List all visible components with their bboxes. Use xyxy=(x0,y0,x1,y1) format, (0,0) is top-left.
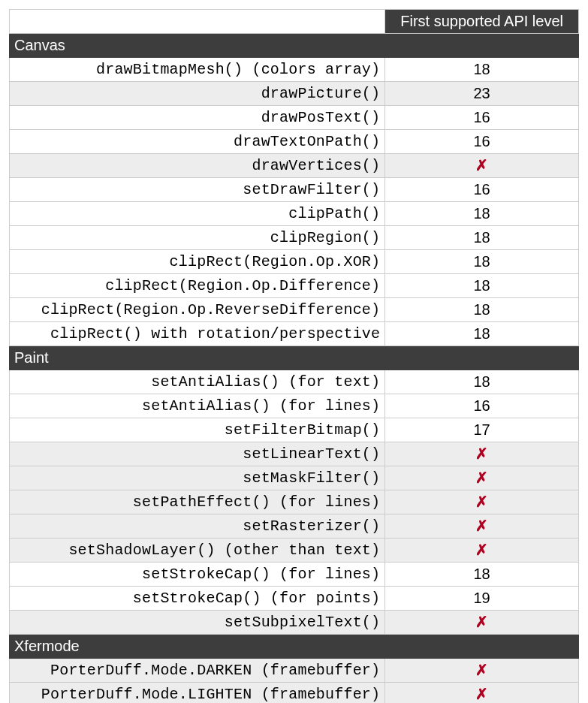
method-cell: drawBitmapMesh() (colors array) xyxy=(10,58,385,82)
method-cell: setRasterizer() xyxy=(10,514,385,539)
api-cell: 16 xyxy=(385,178,579,202)
table-row: setRasterizer()✗ xyxy=(10,514,579,539)
api-cell: ✗ xyxy=(385,611,579,635)
unsupported-icon: ✗ xyxy=(475,445,488,462)
table-row: clipRegion()18 xyxy=(10,226,579,250)
method-cell: PorterDuff.Mode.LIGHTEN (framebuffer) xyxy=(10,683,385,704)
section-title: Xfermode xyxy=(10,635,579,659)
method-cell: setStrokeCap() (for lines) xyxy=(10,563,385,587)
api-cell: ✗ xyxy=(385,683,579,704)
method-cell: setShadowLayer() (other than text) xyxy=(10,539,385,563)
section-title: Canvas xyxy=(10,34,579,58)
api-cell: ✗ xyxy=(385,466,579,490)
api-cell: 18 xyxy=(385,274,579,298)
header-row: First supported API level xyxy=(10,10,579,34)
table-body: First supported API levelCanvasdrawBitma… xyxy=(10,10,579,704)
table-row: setFilterBitmap()17 xyxy=(10,418,579,442)
api-cell: 18 xyxy=(385,563,579,587)
unsupported-icon: ✗ xyxy=(475,686,488,702)
api-cell: 18 xyxy=(385,370,579,394)
api-cell: 18 xyxy=(385,322,579,346)
method-cell: clipRect(Region.Op.XOR) xyxy=(10,250,385,274)
unsupported-icon: ✗ xyxy=(475,517,488,534)
method-cell: clipRect(Region.Op.ReverseDifference) xyxy=(10,298,385,322)
table-row: drawTextOnPath()16 xyxy=(10,130,579,154)
method-cell: clipRect(Region.Op.Difference) xyxy=(10,274,385,298)
method-cell: clipRegion() xyxy=(10,226,385,250)
table-row: drawBitmapMesh() (colors array)18 xyxy=(10,58,579,82)
section-row: Xfermode xyxy=(10,635,579,659)
unsupported-icon: ✗ xyxy=(475,614,488,630)
table-row: setAntiAlias() (for lines)16 xyxy=(10,394,579,418)
method-cell: setFilterBitmap() xyxy=(10,418,385,442)
method-cell: setAntiAlias() (for text) xyxy=(10,370,385,394)
table-row: clipRect() with rotation/perspective18 xyxy=(10,322,579,346)
api-cell: ✗ xyxy=(385,490,579,514)
unsupported-icon: ✗ xyxy=(475,469,488,486)
section-title: Paint xyxy=(10,346,579,370)
method-cell: clipPath() xyxy=(10,202,385,226)
unsupported-icon: ✗ xyxy=(475,542,488,558)
api-cell: 18 xyxy=(385,298,579,322)
table-row: PorterDuff.Mode.LIGHTEN (framebuffer)✗ xyxy=(10,683,579,704)
method-cell: drawPosText() xyxy=(10,106,385,130)
table-row: setAntiAlias() (for text)18 xyxy=(10,370,579,394)
table-row: setLinearText()✗ xyxy=(10,442,579,466)
table-row: clipPath()18 xyxy=(10,202,579,226)
api-cell: ✗ xyxy=(385,154,579,178)
method-cell: PorterDuff.Mode.DARKEN (framebuffer) xyxy=(10,659,385,683)
table-row: setStrokeCap() (for lines)18 xyxy=(10,563,579,587)
header-api-level: First supported API level xyxy=(385,10,579,34)
table-row: setPathEffect() (for lines)✗ xyxy=(10,490,579,514)
table-row: setShadowLayer() (other than text)✗ xyxy=(10,539,579,563)
table-row: clipRect(Region.Op.Difference)18 xyxy=(10,274,579,298)
section-row: Canvas xyxy=(10,34,579,58)
api-cell: 23 xyxy=(385,82,579,106)
table-row: clipRect(Region.Op.ReverseDifference)18 xyxy=(10,298,579,322)
method-cell: drawPicture() xyxy=(10,82,385,106)
method-cell: drawVertices() xyxy=(10,154,385,178)
method-cell: setLinearText() xyxy=(10,442,385,466)
api-cell: 18 xyxy=(385,250,579,274)
api-cell: 16 xyxy=(385,394,579,418)
unsupported-icon: ✗ xyxy=(475,662,488,678)
method-cell: setSubpixelText() xyxy=(10,611,385,635)
table-row: setMaskFilter()✗ xyxy=(10,466,579,490)
table-row: drawVertices()✗ xyxy=(10,154,579,178)
unsupported-icon: ✗ xyxy=(475,157,488,173)
api-cell: 18 xyxy=(385,58,579,82)
unsupported-icon: ✗ xyxy=(475,493,488,510)
api-cell: ✗ xyxy=(385,442,579,466)
table-row: setStrokeCap() (for points)19 xyxy=(10,587,579,611)
api-cell: 19 xyxy=(385,587,579,611)
method-cell: setDrawFilter() xyxy=(10,178,385,202)
table-row: drawPicture()23 xyxy=(10,82,579,106)
api-cell: ✗ xyxy=(385,514,579,539)
api-cell: 17 xyxy=(385,418,579,442)
section-row: Paint xyxy=(10,346,579,370)
api-support-table: First supported API levelCanvasdrawBitma… xyxy=(9,9,579,703)
method-cell: clipRect() with rotation/perspective xyxy=(10,322,385,346)
api-cell: 16 xyxy=(385,130,579,154)
method-cell: setPathEffect() (for lines) xyxy=(10,490,385,514)
table-row: setDrawFilter()16 xyxy=(10,178,579,202)
table-row: PorterDuff.Mode.DARKEN (framebuffer)✗ xyxy=(10,659,579,683)
api-cell: 16 xyxy=(385,106,579,130)
method-cell: setAntiAlias() (for lines) xyxy=(10,394,385,418)
method-cell: setMaskFilter() xyxy=(10,466,385,490)
api-cell: 18 xyxy=(385,226,579,250)
table-row: drawPosText()16 xyxy=(10,106,579,130)
header-blank xyxy=(10,10,385,34)
table-row: clipRect(Region.Op.XOR)18 xyxy=(10,250,579,274)
api-cell: ✗ xyxy=(385,539,579,563)
table-row: setSubpixelText()✗ xyxy=(10,611,579,635)
method-cell: drawTextOnPath() xyxy=(10,130,385,154)
api-cell: ✗ xyxy=(385,659,579,683)
api-cell: 18 xyxy=(385,202,579,226)
method-cell: setStrokeCap() (for points) xyxy=(10,587,385,611)
